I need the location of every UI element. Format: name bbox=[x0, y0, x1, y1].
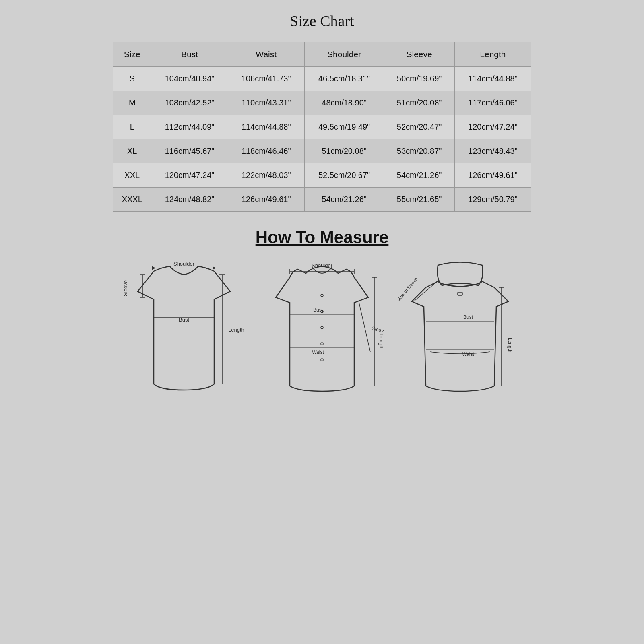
page-title: Size Chart bbox=[113, 12, 531, 30]
svg-point-16 bbox=[321, 294, 323, 297]
table-cell: 49.5cm/19.49" bbox=[304, 115, 384, 139]
table-cell: 118cm/46.46" bbox=[228, 139, 304, 163]
table-header-cell: Sleeve bbox=[384, 42, 454, 67]
diagrams-row: Shoulder Bust Length Sle bbox=[113, 259, 531, 396]
how-to-measure-section: How To Measure Shoulder Bust bbox=[113, 228, 531, 396]
table-header-cell: Shoulder bbox=[304, 42, 384, 67]
svg-text:Waist: Waist bbox=[312, 349, 324, 355]
tshirt-diagram: Shoulder Bust Length Sle bbox=[117, 259, 251, 396]
svg-text:Bust: Bust bbox=[463, 314, 473, 320]
table-cell: 52.5cm/20.67" bbox=[304, 163, 384, 188]
table-cell: 129cm/50.79" bbox=[454, 188, 531, 212]
svg-text:Length: Length bbox=[507, 338, 513, 353]
table-cell: 120cm/47.24" bbox=[151, 163, 228, 188]
how-to-measure-title: How To Measure bbox=[113, 228, 531, 247]
table-row: L112cm/44.09"114cm/44.88"49.5cm/19.49"52… bbox=[113, 115, 531, 139]
table-header-cell: Bust bbox=[151, 42, 228, 67]
table-cell: XXL bbox=[113, 163, 151, 188]
table-cell: 117cm/46.06" bbox=[454, 91, 531, 115]
svg-text:Bust: Bust bbox=[179, 317, 189, 323]
table-cell: S bbox=[113, 67, 151, 91]
svg-line-45 bbox=[414, 281, 437, 301]
svg-line-0 bbox=[138, 291, 154, 299]
table-cell: 114cm/44.88" bbox=[228, 115, 304, 139]
table-cell: 53cm/20.87" bbox=[384, 139, 454, 163]
table-cell: 108cm/42.52" bbox=[151, 91, 228, 115]
table-header-cell: Waist bbox=[228, 42, 304, 67]
table-cell: 122cm/48.03" bbox=[228, 163, 304, 188]
table-cell: 124cm/48.82" bbox=[151, 188, 228, 212]
table-cell: 123cm/48.43" bbox=[454, 139, 531, 163]
table-header-cell: Length bbox=[454, 42, 531, 67]
svg-text:Length: Length bbox=[228, 327, 244, 333]
svg-text:Sleeve: Sleeve bbox=[371, 325, 384, 334]
size-table: SizeBustWaistShoulderSleeveLength S104cm… bbox=[113, 42, 531, 212]
table-cell: 46.5cm/18.31" bbox=[304, 67, 384, 91]
hoodie-diagram: Bust Waist Length Shoulder to Sleeve bbox=[393, 259, 527, 396]
shirt-diagram: Shoulder Bust Waist Sleeve Length bbox=[255, 259, 389, 396]
table-header-row: SizeBustWaistShoulderSleeveLength bbox=[113, 42, 531, 67]
svg-text:Shoulder: Shoulder bbox=[312, 262, 333, 268]
table-cell: 126cm/49.61" bbox=[454, 163, 531, 188]
table-row: XXXL124cm/48.82"126cm/49.61"54cm/21.26"5… bbox=[113, 188, 531, 212]
svg-point-18 bbox=[321, 326, 323, 329]
table-cell: 55cm/21.65" bbox=[384, 188, 454, 212]
table-cell: 120cm/47.24" bbox=[454, 115, 531, 139]
table-cell: 51cm/20.08" bbox=[304, 139, 384, 163]
svg-point-19 bbox=[321, 343, 323, 345]
svg-text:Shoulder: Shoulder bbox=[173, 261, 195, 267]
table-cell: 48cm/18.90" bbox=[304, 91, 384, 115]
table-cell: 52cm/20.47" bbox=[384, 115, 454, 139]
table-cell: L bbox=[113, 115, 151, 139]
page-wrapper: Size Chart SizeBustWaistShoulderSleeveLe… bbox=[105, 0, 539, 412]
svg-text:Sleeve: Sleeve bbox=[122, 280, 128, 296]
table-cell: M bbox=[113, 91, 151, 115]
svg-point-20 bbox=[321, 359, 323, 361]
table-header-cell: Size bbox=[113, 42, 151, 67]
table-cell: 51cm/20.08" bbox=[384, 91, 454, 115]
table-cell: 54cm/21.26" bbox=[384, 163, 454, 188]
table-cell: XXXL bbox=[113, 188, 151, 212]
table-cell: 104cm/40.94" bbox=[151, 67, 228, 91]
table-cell: 54cm/21.26" bbox=[304, 188, 384, 212]
table-cell: 110cm/43.31" bbox=[228, 91, 304, 115]
table-cell: 116cm/45.67" bbox=[151, 139, 228, 163]
table-row: M108cm/42.52"110cm/43.31"48cm/18.90"51cm… bbox=[113, 91, 531, 115]
svg-text:Waist: Waist bbox=[462, 351, 475, 357]
table-cell: 50cm/19.69" bbox=[384, 67, 454, 91]
table-cell: 126cm/49.61" bbox=[228, 188, 304, 212]
table-cell: XL bbox=[113, 139, 151, 163]
table-cell: 106cm/41.73" bbox=[228, 67, 304, 91]
table-row: XXL120cm/47.24"122cm/48.03"52.5cm/20.67"… bbox=[113, 163, 531, 188]
svg-text:Length: Length bbox=[378, 334, 384, 350]
table-row: S104cm/40.94"106cm/41.73"46.5cm/18.31"50… bbox=[113, 67, 531, 91]
table-cell: 112cm/44.09" bbox=[151, 115, 228, 139]
svg-line-29 bbox=[359, 303, 370, 352]
table-row: XL116cm/45.67"118cm/46.46"51cm/20.08"53c… bbox=[113, 139, 531, 163]
table-cell: 114cm/44.88" bbox=[454, 67, 531, 91]
svg-text:Bust: Bust bbox=[313, 307, 323, 313]
